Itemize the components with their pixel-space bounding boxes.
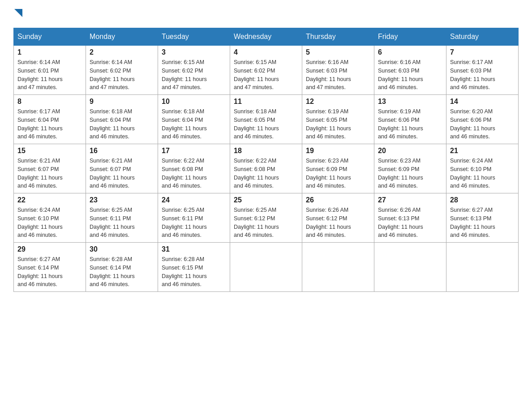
day-number: 17 (162, 147, 226, 155)
logo (13, 9, 23, 19)
day-info: Sunrise: 6:27 AMSunset: 6:13 PMDaylight:… (450, 206, 515, 240)
day-info: Sunrise: 6:27 AMSunset: 6:14 PMDaylight:… (17, 255, 82, 289)
day-info: Sunrise: 6:22 AMSunset: 6:08 PMDaylight:… (162, 157, 226, 190)
weekday-header-thursday: Thursday (302, 28, 374, 46)
calendar-cell: 19Sunrise: 6:23 AMSunset: 6:09 PMDayligh… (302, 144, 374, 193)
weekday-header-tuesday: Tuesday (158, 28, 230, 46)
calendar-cell: 9Sunrise: 6:18 AMSunset: 6:04 PMDaylight… (86, 95, 158, 144)
calendar-cell: 5Sunrise: 6:16 AMSunset: 6:03 PMDaylight… (302, 46, 374, 95)
day-number: 24 (162, 196, 226, 204)
calendar-cell: 20Sunrise: 6:23 AMSunset: 6:09 PMDayligh… (374, 144, 446, 193)
day-info: Sunrise: 6:18 AMSunset: 6:04 PMDaylight:… (162, 107, 226, 141)
calendar-cell: 25Sunrise: 6:25 AMSunset: 6:12 PMDayligh… (230, 193, 302, 243)
day-number: 10 (162, 98, 226, 106)
calendar-cell: 12Sunrise: 6:19 AMSunset: 6:05 PMDayligh… (302, 95, 374, 144)
day-info: Sunrise: 6:17 AMSunset: 6:04 PMDaylight:… (17, 107, 82, 141)
day-number: 8 (17, 98, 82, 106)
calendar-cell: 27Sunrise: 6:26 AMSunset: 6:13 PMDayligh… (374, 193, 446, 243)
day-info: Sunrise: 6:25 AMSunset: 6:12 PMDaylight:… (234, 206, 298, 240)
calendar-cell (374, 243, 446, 292)
calendar-cell: 4Sunrise: 6:15 AMSunset: 6:02 PMDaylight… (230, 46, 302, 95)
calendar-cell: 10Sunrise: 6:18 AMSunset: 6:04 PMDayligh… (158, 95, 230, 144)
calendar-cell: 26Sunrise: 6:26 AMSunset: 6:12 PMDayligh… (302, 193, 374, 243)
page-header (13, 9, 519, 19)
day-number: 27 (378, 196, 442, 204)
day-number: 3 (162, 48, 226, 56)
calendar-cell: 24Sunrise: 6:25 AMSunset: 6:11 PMDayligh… (158, 193, 230, 243)
calendar-cell: 30Sunrise: 6:28 AMSunset: 6:14 PMDayligh… (86, 243, 158, 292)
day-number: 25 (234, 196, 298, 204)
calendar-cell: 8Sunrise: 6:17 AMSunset: 6:04 PMDaylight… (14, 95, 86, 144)
day-info: Sunrise: 6:24 AMSunset: 6:10 PMDaylight:… (450, 157, 515, 190)
calendar-week-row: 22Sunrise: 6:24 AMSunset: 6:10 PMDayligh… (14, 193, 519, 243)
calendar-cell: 3Sunrise: 6:15 AMSunset: 6:02 PMDaylight… (158, 46, 230, 95)
day-number: 22 (17, 196, 82, 204)
calendar-cell: 14Sunrise: 6:20 AMSunset: 6:06 PMDayligh… (446, 95, 519, 144)
day-info: Sunrise: 6:28 AMSunset: 6:15 PMDaylight:… (162, 255, 226, 289)
logo-arrow-icon (14, 9, 23, 19)
day-number: 21 (450, 147, 515, 155)
weekday-header-friday: Friday (374, 28, 446, 46)
day-info: Sunrise: 6:19 AMSunset: 6:05 PMDaylight:… (306, 107, 370, 141)
day-info: Sunrise: 6:15 AMSunset: 6:02 PMDaylight:… (234, 58, 298, 92)
weekday-header-sunday: Sunday (14, 28, 86, 46)
calendar-cell: 29Sunrise: 6:27 AMSunset: 6:14 PMDayligh… (14, 243, 86, 292)
day-info: Sunrise: 6:25 AMSunset: 6:11 PMDaylight:… (162, 206, 226, 240)
calendar-cell: 18Sunrise: 6:22 AMSunset: 6:08 PMDayligh… (230, 144, 302, 193)
calendar-cell: 6Sunrise: 6:16 AMSunset: 6:03 PMDaylight… (374, 46, 446, 95)
day-number: 11 (234, 98, 298, 106)
day-info: Sunrise: 6:25 AMSunset: 6:11 PMDaylight:… (90, 206, 154, 240)
calendar-cell: 28Sunrise: 6:27 AMSunset: 6:13 PMDayligh… (446, 193, 519, 243)
day-number: 19 (306, 147, 370, 155)
day-info: Sunrise: 6:21 AMSunset: 6:07 PMDaylight:… (90, 157, 154, 190)
calendar-cell: 31Sunrise: 6:28 AMSunset: 6:15 PMDayligh… (158, 243, 230, 292)
calendar-week-row: 15Sunrise: 6:21 AMSunset: 6:07 PMDayligh… (14, 144, 519, 193)
day-number: 28 (450, 196, 515, 204)
weekday-header-wednesday: Wednesday (230, 28, 302, 46)
calendar-cell: 15Sunrise: 6:21 AMSunset: 6:07 PMDayligh… (14, 144, 86, 193)
day-number: 13 (378, 98, 442, 106)
day-number: 9 (90, 98, 154, 106)
day-info: Sunrise: 6:21 AMSunset: 6:07 PMDaylight:… (17, 157, 82, 190)
day-number: 14 (450, 98, 515, 106)
days-of-week-row: SundayMondayTuesdayWednesdayThursdayFrid… (14, 28, 519, 46)
day-info: Sunrise: 6:14 AMSunset: 6:01 PMDaylight:… (17, 58, 82, 92)
day-number: 30 (90, 245, 154, 253)
calendar-header: SundayMondayTuesdayWednesdayThursdayFrid… (14, 28, 519, 46)
day-number: 12 (306, 98, 370, 106)
calendar-week-row: 29Sunrise: 6:27 AMSunset: 6:14 PMDayligh… (14, 243, 519, 292)
day-number: 2 (90, 48, 154, 56)
calendar-cell: 2Sunrise: 6:14 AMSunset: 6:02 PMDaylight… (86, 46, 158, 95)
calendar-week-row: 8Sunrise: 6:17 AMSunset: 6:04 PMDaylight… (14, 95, 519, 144)
calendar-cell: 21Sunrise: 6:24 AMSunset: 6:10 PMDayligh… (446, 144, 519, 193)
day-info: Sunrise: 6:26 AMSunset: 6:12 PMDaylight:… (306, 206, 370, 240)
day-info: Sunrise: 6:20 AMSunset: 6:06 PMDaylight:… (450, 107, 515, 141)
day-info: Sunrise: 6:17 AMSunset: 6:03 PMDaylight:… (450, 58, 515, 92)
calendar-cell: 16Sunrise: 6:21 AMSunset: 6:07 PMDayligh… (86, 144, 158, 193)
day-info: Sunrise: 6:16 AMSunset: 6:03 PMDaylight:… (378, 58, 442, 92)
calendar-cell: 13Sunrise: 6:19 AMSunset: 6:06 PMDayligh… (374, 95, 446, 144)
day-info: Sunrise: 6:19 AMSunset: 6:06 PMDaylight:… (378, 107, 442, 141)
day-number: 7 (450, 48, 515, 56)
calendar-cell: 11Sunrise: 6:18 AMSunset: 6:05 PMDayligh… (230, 95, 302, 144)
day-number: 26 (306, 196, 370, 204)
calendar-cell (446, 243, 519, 292)
day-info: Sunrise: 6:16 AMSunset: 6:03 PMDaylight:… (306, 58, 370, 92)
day-info: Sunrise: 6:28 AMSunset: 6:14 PMDaylight:… (90, 255, 154, 289)
day-number: 1 (17, 48, 82, 56)
day-number: 4 (234, 48, 298, 56)
day-info: Sunrise: 6:24 AMSunset: 6:10 PMDaylight:… (17, 206, 82, 240)
calendar-cell: 1Sunrise: 6:14 AMSunset: 6:01 PMDaylight… (14, 46, 86, 95)
day-number: 20 (378, 147, 442, 155)
calendar-cell: 17Sunrise: 6:22 AMSunset: 6:08 PMDayligh… (158, 144, 230, 193)
day-number: 15 (17, 147, 82, 155)
day-number: 31 (162, 245, 226, 253)
day-info: Sunrise: 6:14 AMSunset: 6:02 PMDaylight:… (90, 58, 154, 92)
day-number: 18 (234, 147, 298, 155)
weekday-header-saturday: Saturday (446, 28, 519, 46)
day-info: Sunrise: 6:23 AMSunset: 6:09 PMDaylight:… (378, 157, 442, 190)
calendar-cell: 23Sunrise: 6:25 AMSunset: 6:11 PMDayligh… (86, 193, 158, 243)
calendar-body: 1Sunrise: 6:14 AMSunset: 6:01 PMDaylight… (14, 46, 519, 292)
day-number: 5 (306, 48, 370, 56)
day-info: Sunrise: 6:23 AMSunset: 6:09 PMDaylight:… (306, 157, 370, 190)
